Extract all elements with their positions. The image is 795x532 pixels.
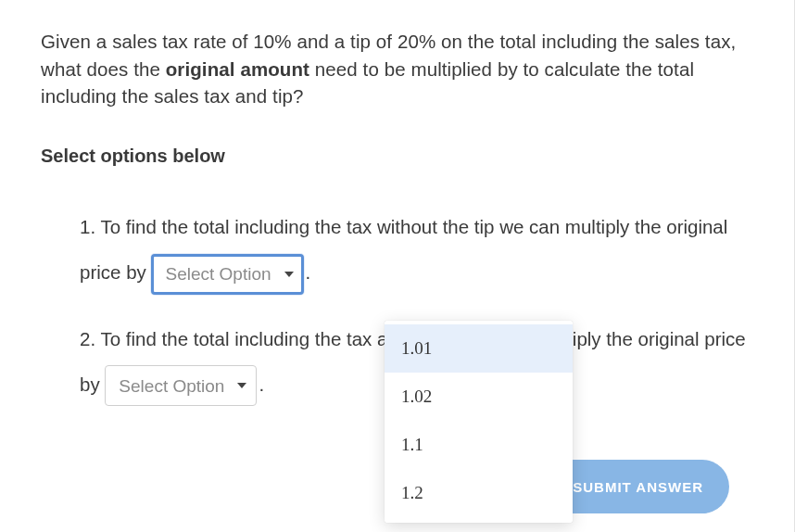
question-part: Given a sales tax rate of xyxy=(41,31,253,52)
item-number: 1. xyxy=(80,216,95,237)
list-item: 1. To find the total including the tax w… xyxy=(80,204,753,295)
select-option-2[interactable]: Select Option xyxy=(105,365,257,406)
select-placeholder: Select Option xyxy=(119,377,224,395)
dropdown-option[interactable]: 1.1 xyxy=(385,421,573,469)
question-bold: original amount xyxy=(166,58,309,80)
question-frame: Given a sales tax rate of 10% and a tip … xyxy=(0,0,795,532)
select-placeholder: Select Option xyxy=(165,265,271,283)
question-text: Given a sales tax rate of 10% and a tip … xyxy=(41,28,753,110)
question-part: and a tip of xyxy=(292,31,398,52)
item-text-after: . xyxy=(306,261,311,283)
item-text-after: . xyxy=(259,374,264,395)
tip-rate: 20% xyxy=(398,31,435,52)
select-instruction: Select options below xyxy=(41,146,753,167)
dropdown-option[interactable]: 1.2 xyxy=(385,469,573,517)
dropdown-option[interactable]: 1.02 xyxy=(385,373,573,421)
select-option-1[interactable]: Select Option xyxy=(151,254,303,295)
item-number: 2. xyxy=(80,328,95,349)
dropdown-menu: 1.01 1.02 1.1 1.2 xyxy=(385,321,573,523)
tax-rate: 10% xyxy=(253,31,291,52)
chevron-down-icon xyxy=(237,383,246,388)
submit-answer-button[interactable]: SUBMIT ANSWER xyxy=(547,460,729,513)
dropdown-option[interactable]: 1.01 xyxy=(385,324,573,373)
chevron-down-icon xyxy=(284,272,294,277)
